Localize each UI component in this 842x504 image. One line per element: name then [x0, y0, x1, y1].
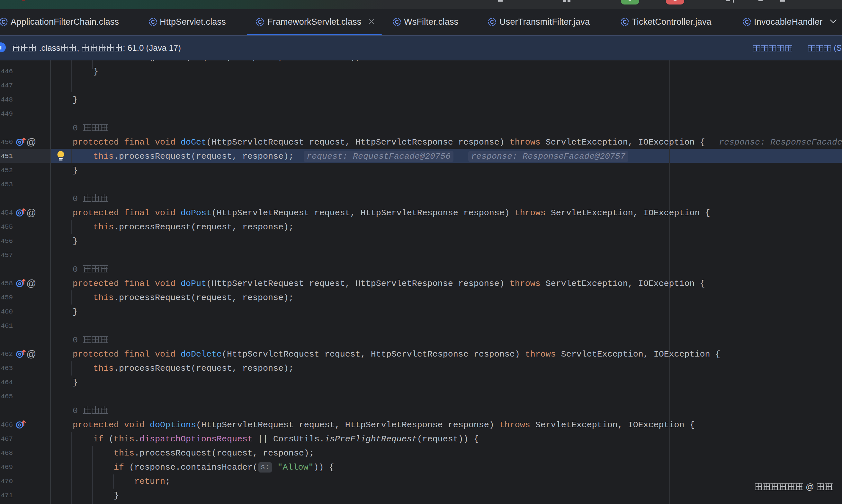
svg-text:C: C	[623, 19, 627, 25]
svg-text:C: C	[258, 19, 262, 25]
svg-text:C: C	[395, 19, 399, 25]
svg-text:C: C	[2, 19, 5, 25]
svg-text:C: C	[151, 19, 155, 25]
svg-text:C: C	[745, 19, 749, 25]
svg-text:C: C	[490, 19, 494, 25]
